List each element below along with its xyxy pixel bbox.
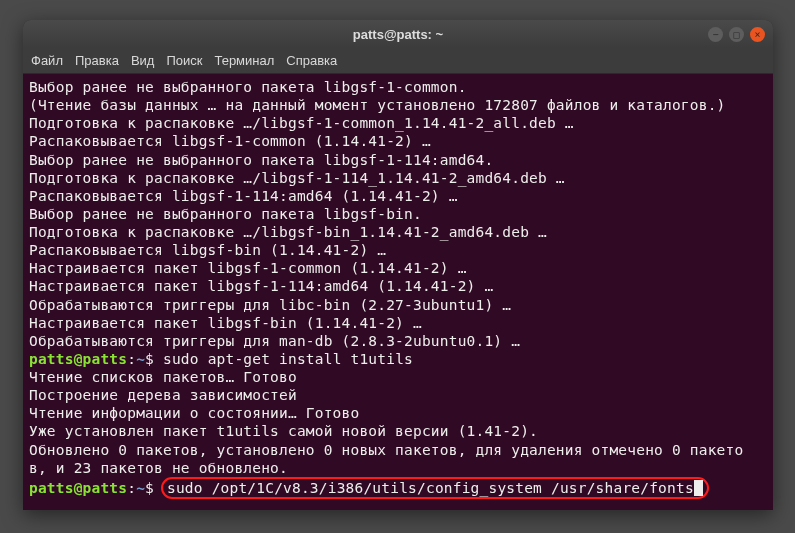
output-line: Обрабатываются триггеры для libc-bin (2.… [29,297,511,313]
terminal-window: patts@patts: ~ − □ × Файл Правка Вид Пои… [23,20,773,510]
menu-view[interactable]: Вид [131,53,155,68]
terminal-body[interactable]: Выбор ранее не выбранного пакета libgsf-… [23,74,773,510]
highlighted-command: sudo /opt/1C/v8.3/i386/utils/config_syst… [161,477,709,499]
prompt-colon: : [127,351,136,367]
output-line: Чтение списков пакетов… Готово [29,369,297,385]
window-controls: − □ × [708,27,765,42]
output-line: Выбор ранее не выбранного пакета libgsf-… [29,79,467,95]
output-line: в, и 23 пакетов не обновлено. [29,460,288,476]
output-line: Настраивается пакет libgsf-1-common (1.1… [29,260,467,276]
prompt-dollar: $ [145,480,154,496]
output-line: (Чтение базы данных … на данный момент у… [29,97,726,113]
cursor-icon [694,480,703,496]
output-line: Подготовка к распаковке …/libgsf-1-114_1… [29,170,565,186]
minimize-icon[interactable]: − [708,27,723,42]
menubar: Файл Правка Вид Поиск Терминал Справка [23,48,773,74]
output-line: Чтение информации о состоянии… Готово [29,405,359,421]
prompt-colon: : [127,480,136,496]
window-title: patts@patts: ~ [353,27,443,42]
output-line: Распаковывается libgsf-1-common (1.14.41… [29,133,431,149]
menu-help[interactable]: Справка [286,53,337,68]
menu-file[interactable]: Файл [31,53,63,68]
prompt-path: ~ [136,480,145,496]
output-line: Обновлено 0 пакетов, установлено 0 новых… [29,442,743,458]
titlebar[interactable]: patts@patts: ~ − □ × [23,20,773,48]
command-text: sudo apt-get install t1utils [154,351,413,367]
prompt-dollar: $ [145,351,154,367]
output-line: Обрабатываются триггеры для man-db (2.8.… [29,333,520,349]
prompt-userhost: patts@patts [29,351,127,367]
output-line: Распаковывается libgsf-1-114:amd64 (1.14… [29,188,458,204]
close-icon[interactable]: × [750,27,765,42]
output-line: Распаковывается libgsf-bin (1.14.41-2) … [29,242,386,258]
menu-edit[interactable]: Правка [75,53,119,68]
output-line: Выбор ранее не выбранного пакета libgsf-… [29,206,422,222]
menu-terminal[interactable]: Терминал [214,53,274,68]
output-line: Настраивается пакет libgsf-bin (1.14.41-… [29,315,422,331]
output-line: Выбор ранее не выбранного пакета libgsf-… [29,152,493,168]
output-line: Уже установлен пакет t1utils самой новой… [29,423,538,439]
output-line: Настраивается пакет libgsf-1-114:amd64 (… [29,278,493,294]
output-line: Построение дерева зависимостей [29,387,359,403]
output-line: Подготовка к распаковке …/libgsf-bin_1.1… [29,224,547,240]
prompt-path: ~ [136,351,145,367]
command-text: sudo /opt/1C/v8.3/i386/utils/config_syst… [167,480,694,496]
output-line: Подготовка к распаковке …/libgsf-1-commo… [29,115,574,131]
maximize-icon[interactable]: □ [729,27,744,42]
menu-search[interactable]: Поиск [166,53,202,68]
prompt-userhost: patts@patts [29,480,127,496]
